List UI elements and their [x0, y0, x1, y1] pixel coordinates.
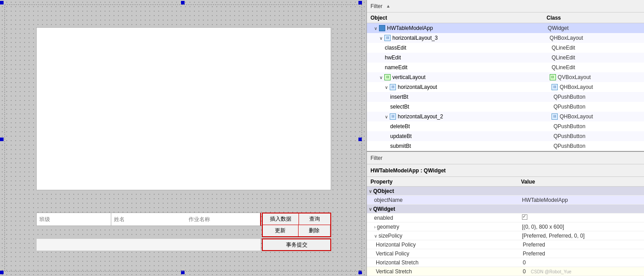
tree-item-name: deleteBt [390, 123, 410, 130]
tree-row[interactable]: ∨ ⊟ horizontalLayout_3 QHBoxLayout [367, 33, 644, 43]
tree-object-cell: ∨ ⊟ horizontalLayout_2 [367, 113, 550, 120]
handle-top-right[interactable] [358, 1, 362, 4]
prop-key: Horizontal Stretch [367, 259, 521, 266]
prop-row-hstretch[interactable]: Horizontal Stretch 0 [367, 258, 644, 267]
tree-row[interactable]: selectBt QPushButton [367, 102, 644, 112]
props-col-value: Value [518, 179, 644, 185]
tree-item-name: classEdit [385, 45, 406, 51]
tree-row[interactable]: insertBt QPushButton [367, 92, 644, 102]
prop-row-objectname[interactable]: objectName HWTableModelApp [367, 196, 644, 205]
expand-icon[interactable]: ∨ [379, 36, 383, 41]
tree-object-cell: ∨ HWTableModelApp [367, 25, 546, 31]
name-input[interactable] [111, 213, 185, 226]
expand-icon[interactable]: ∨ [385, 114, 388, 119]
handle-top-center[interactable] [181, 1, 185, 4]
tree-object-cell: updateBt [367, 133, 551, 139]
tree-row[interactable]: updateBt QPushButton [367, 131, 644, 141]
tree-class-cell: ⊟QHBoxLayout [550, 113, 644, 120]
prop-val [520, 214, 644, 221]
expand-icon[interactable]: ∨ [374, 26, 377, 31]
tree-object-cell: ∨ ⊟ horizontalLayout_3 [367, 35, 548, 41]
tree-row[interactable]: hwEdit QLineEdit [367, 53, 644, 63]
tree-class-cell: QPushButton [551, 123, 644, 130]
tree-class-cell: QPushButton [551, 133, 644, 139]
prop-val: Preferred [521, 242, 644, 248]
collapse-icon[interactable]: ∨ [369, 207, 372, 212]
tree-class-cell: ⊟QVBoxLayout [548, 74, 644, 80]
tree-object-cell: deleteBt [367, 123, 551, 130]
tree-object-cell: insertBt [367, 94, 551, 100]
prop-row-sizepolicy[interactable]: ∨sizePolicy [Preferred, Preferred, 0, 0] [367, 231, 644, 240]
props-filter-bar: Filter [367, 152, 644, 164]
expand-icon[interactable]: ∨ [379, 75, 383, 80]
tree-item-name: HWTableModelApp [387, 25, 433, 31]
checkbox-enabled[interactable] [522, 214, 527, 220]
input-row: 插入数据 查询 更新 删除 [36, 213, 331, 237]
layout-h-icon: ⊟ [384, 35, 391, 41]
prop-val: HWTableModelApp [520, 197, 644, 203]
tree-row[interactable]: nameEdit QLineEdit [367, 63, 644, 72]
watermark-text: CSDN @Robot_Yue [531, 269, 572, 274]
tree-row[interactable]: classEdit QLineEdit [367, 43, 644, 53]
tree-row[interactable]: ∨ ⊟ horizontalLayout_2 ⊟QHBoxLayout [367, 112, 644, 121]
layout-h-icon: ⊟ [390, 113, 396, 120]
handle-mid-left[interactable] [0, 138, 4, 141]
tree-class-cell: ⊟QHBoxLayout [550, 84, 644, 90]
expand-icon[interactable]: › [374, 225, 375, 230]
tree-class-cell: QPushButton [551, 143, 644, 149]
tree-filter-bar: Filter ▲ [367, 0, 644, 13]
tree-row[interactable]: ∨ ⊟ horizontalLayout ⊟QHBoxLayout [367, 82, 644, 92]
tree-item-name: horizontalLayout [398, 84, 437, 90]
tree-item-name: submitBt [390, 143, 411, 149]
tree-row[interactable]: submitBt QPushButton [367, 141, 644, 151]
tree-row[interactable]: ∨ ⊟ verticalLayout ⊟QVBoxLayout [367, 72, 644, 82]
canvas-area: 插入数据 查询 更新 删除 事务提交 [0, 0, 366, 276]
controls-area: 插入数据 查询 更新 删除 事务提交 [36, 213, 331, 251]
tree-class-cell: QLineEdit [550, 54, 644, 61]
submit-row: 事务提交 [36, 238, 331, 251]
props-filter-label: Filter [370, 155, 383, 161]
tree-filter-arrow: ▲ [386, 4, 391, 8]
props-title: HWTableModelApp : QWidget [367, 164, 644, 177]
submit-button[interactable]: 事务提交 [262, 238, 331, 251]
tree-class-cell: QHBoxLayout [548, 35, 644, 41]
update-button[interactable]: 更新 [263, 225, 299, 236]
tree-item-name: selectBt [390, 104, 409, 110]
handle-bottom-left[interactable] [0, 271, 4, 274]
widget-frame: 插入数据 查询 更新 删除 事务提交 [4, 4, 362, 272]
tree-item-name: nameEdit [385, 64, 408, 71]
tree-object-cell: ∨ ⊟ verticalLayout [367, 74, 548, 80]
insert-button[interactable]: 插入数据 [263, 213, 299, 225]
prop-row-geometry[interactable]: ›geometry [(0, 0), 800 x 600] [367, 222, 644, 231]
prop-row-enabled[interactable]: enabled [367, 213, 644, 222]
prop-row-vstretch[interactable]: Vertical Stretch 0 CSDN @Robot_Yue [367, 267, 644, 276]
tree-body[interactable]: ∨ HWTableModelApp QWidget ∨ ⊟ horizontal… [367, 23, 644, 151]
tree-col-object: Object [367, 15, 543, 21]
class-input[interactable] [36, 213, 111, 226]
expand-icon[interactable]: ∨ [374, 234, 377, 238]
tree-object-cell: hwEdit [367, 54, 550, 61]
tree-panel: Filter ▲ Object Class ∨ HWTableModelApp … [367, 0, 644, 152]
homework-input[interactable] [186, 213, 261, 226]
handle-top-left[interactable] [0, 1, 4, 4]
prop-row-hpolicy[interactable]: Horizontal Policy Preferred [367, 240, 644, 249]
prop-row-vpolicy[interactable]: Vertical Policy Preferred [367, 249, 644, 258]
tree-item-name: horizontalLayout_3 [392, 35, 438, 41]
tree-item-name: hwEdit [385, 54, 401, 61]
tree-class-cell: QPushButton [551, 104, 644, 110]
collapse-icon[interactable]: ∨ [369, 189, 372, 194]
query-button[interactable]: 查询 [299, 213, 330, 225]
tree-object-cell: nameEdit [367, 64, 550, 71]
tree-item-name: insertBt [390, 94, 408, 100]
tree-object-cell: submitBt [367, 143, 551, 149]
prop-key: ›geometry [367, 224, 520, 230]
props-body[interactable]: ∨QObject objectName HWTableModelApp ∨QWi… [367, 187, 644, 276]
tree-object-cell: selectBt [367, 104, 551, 110]
tree-row[interactable]: ∨ HWTableModelApp QWidget [367, 23, 644, 33]
tree-class-cell: QLineEdit [550, 64, 644, 71]
expand-icon[interactable]: ∨ [385, 85, 388, 90]
delete-button[interactable]: 删除 [299, 225, 330, 236]
tree-row[interactable]: deleteBt QPushButton [367, 121, 644, 131]
prop-val: 0 [521, 259, 644, 266]
tree-object-cell: ∨ ⊟ horizontalLayout [367, 84, 550, 90]
